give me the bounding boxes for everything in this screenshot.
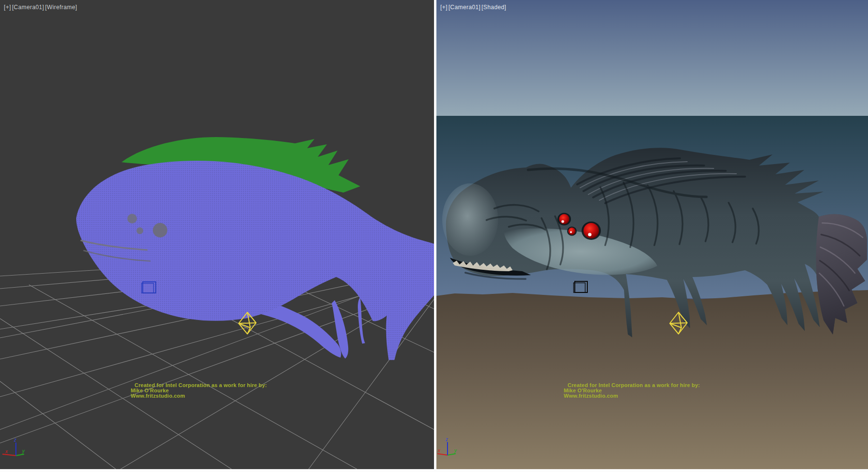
scene-credit-text: Created for Intel Corporation as a work … xyxy=(131,383,267,399)
sky-backdrop xyxy=(436,0,868,116)
credit-line: Www.fritzstudio.com xyxy=(564,393,700,399)
eye-red-large xyxy=(583,223,599,238)
axis-z-label: z xyxy=(445,437,448,442)
viewport-menu-general[interactable]: [+] xyxy=(4,4,11,11)
scene-credit-text: Created for Intel Corporation as a work … xyxy=(564,383,700,399)
axis-x-label: x xyxy=(437,448,441,453)
wireframe-scene: x y z xyxy=(0,0,434,469)
shaded-scene: x y z xyxy=(436,0,868,469)
viewport-menu-shading[interactable]: [Shaded] xyxy=(482,4,506,11)
viewport-menu-general[interactable]: [+] xyxy=(440,4,448,11)
fish-eye-large xyxy=(153,223,167,237)
axis-y-label: y xyxy=(454,448,457,453)
axis-x-label: x xyxy=(5,449,8,454)
viewport-canvas: x y z [+][Camera01][Wireframe] Created f… xyxy=(0,0,868,472)
viewport-label: [+][Camera01][Shaded] xyxy=(440,4,507,11)
viewport-label: [+][Camera01][Wireframe] xyxy=(4,4,78,11)
viewport-menu-shading[interactable]: [Wireframe] xyxy=(45,4,77,11)
axis-y-label: y xyxy=(22,448,25,454)
credit-line: Www.fritzstudio.com xyxy=(131,393,267,399)
axis-z-label: z xyxy=(14,437,16,443)
eye-red-medium xyxy=(559,214,570,224)
viewport-menu-pov[interactable]: [Camera01] xyxy=(12,4,44,11)
viewport-right-shaded[interactable]: x y z [+][Camera01][Shaded] Created for … xyxy=(436,0,868,469)
fish-eye-small xyxy=(127,214,137,223)
viewport-left-wireframe[interactable]: x y z [+][Camera01][Wireframe] Created f… xyxy=(0,0,434,469)
viewport-menu-pov[interactable]: [Camera01] xyxy=(448,4,481,11)
fish-eye-tiny xyxy=(136,227,143,234)
eye-red-small xyxy=(569,228,576,235)
